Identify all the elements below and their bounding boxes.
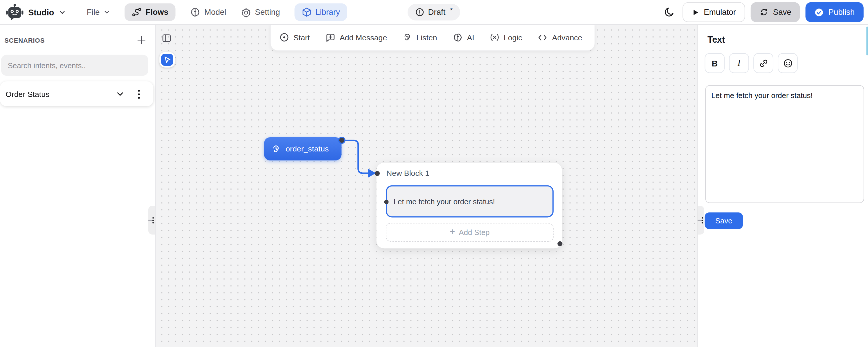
moon-icon xyxy=(664,7,675,18)
scenarios-title: SCENARIOS xyxy=(4,37,45,43)
cursor-icon xyxy=(163,55,172,64)
ear-icon xyxy=(403,33,412,42)
nav-item-file[interactable]: File xyxy=(87,8,110,17)
panel-title: Text xyxy=(708,35,725,45)
toolbar-item-listen[interactable]: Listen xyxy=(403,33,437,42)
brand[interactable]: Studio xyxy=(5,3,66,21)
toolbar-listen-label: Listen xyxy=(416,33,437,42)
nav-file-label: File xyxy=(87,8,100,17)
add-scenario-button[interactable] xyxy=(137,35,146,45)
pointer-tool-button[interactable] xyxy=(159,52,175,67)
topbar: Studio File Flows xyxy=(0,0,868,25)
format-toolbar: B I xyxy=(705,53,798,73)
block-title: New Block 1 xyxy=(386,169,429,178)
toolbar-ai-label: AI xyxy=(467,33,474,42)
block-input-dot[interactable] xyxy=(375,171,380,176)
bold-icon: B xyxy=(712,58,718,68)
flow-node-label: order_status xyxy=(286,145,329,154)
canvas-toolbar: Start Add Message Listen xyxy=(270,24,595,51)
brand-name: Studio xyxy=(28,7,54,17)
node-output-dot[interactable] xyxy=(339,138,344,143)
alert-circle-icon xyxy=(415,8,425,17)
resize-handle-left[interactable] xyxy=(148,206,155,234)
plus-icon xyxy=(137,35,146,45)
italic-icon: I xyxy=(738,58,741,68)
main-nav: File Flows xyxy=(87,3,347,21)
add-step-button[interactable]: + Add Step xyxy=(386,223,554,242)
toolbar-item-ai[interactable]: AI xyxy=(453,32,474,42)
topbar-actions: Emulator Save xyxy=(661,2,868,22)
panel-icon xyxy=(162,34,171,43)
sidebar-toggle-button[interactable] xyxy=(161,33,172,44)
chevron-down-icon xyxy=(58,9,66,16)
toolbar-item-add-message[interactable]: Add Message xyxy=(325,32,387,42)
nav-model-label: Model xyxy=(205,8,226,17)
brain-icon xyxy=(190,7,200,18)
ear-icon xyxy=(271,144,280,154)
scenarios-header: SCENARIOS xyxy=(4,35,146,45)
nav-item-setting[interactable]: Setting xyxy=(241,7,280,18)
nav-item-flows[interactable]: Flows xyxy=(125,3,176,21)
grip-icon xyxy=(698,216,704,225)
studio-app: Studio File Flows xyxy=(0,0,868,347)
chevron-down-icon[interactable] xyxy=(116,90,125,99)
step-item[interactable]: Let me fetch your order status! xyxy=(386,185,554,218)
scenarios-sidebar: SCENARIOS Order Status xyxy=(0,24,156,347)
message-textarea[interactable]: Let me fetch your order status! xyxy=(705,85,864,203)
save-label: Save xyxy=(773,8,792,17)
check-circle-icon xyxy=(814,7,824,17)
toolbar-add-message-label: Add Message xyxy=(340,33,387,42)
robot-logo-icon xyxy=(5,3,24,21)
cube-icon xyxy=(302,7,311,17)
save-button[interactable]: Save xyxy=(751,2,800,22)
scrollbar-thumb[interactable] xyxy=(866,27,868,55)
block-output-dot[interactable] xyxy=(557,241,562,246)
toolbar-logic-label: Logic xyxy=(504,33,522,42)
draft-unsaved-indicator: * xyxy=(450,6,453,14)
dark-mode-toggle[interactable] xyxy=(661,4,677,20)
emulator-button[interactable]: Emulator xyxy=(683,2,745,22)
emulator-label: Emulator xyxy=(704,8,736,17)
scenario-card[interactable]: Order Status xyxy=(0,81,153,106)
block-card[interactable]: New Block 1 Let me fetch your order stat… xyxy=(376,163,562,249)
italic-button[interactable]: I xyxy=(729,53,749,73)
emoji-button[interactable] xyxy=(778,53,798,73)
draft-badge[interactable]: Draft * xyxy=(408,4,460,20)
properties-panel: Text B I xyxy=(697,24,868,347)
variable-icon xyxy=(490,33,499,42)
start-icon xyxy=(280,33,289,42)
nav-library-label: Library xyxy=(315,8,340,17)
step-connector-dot[interactable] xyxy=(384,200,389,204)
smiley-icon xyxy=(783,58,792,68)
link-icon xyxy=(758,58,768,68)
scenario-menu-button[interactable] xyxy=(137,89,141,100)
chevron-down-icon xyxy=(104,9,110,16)
flow-node-order-status[interactable]: order_status xyxy=(264,137,342,160)
nav-flows-label: Flows xyxy=(146,8,168,17)
nav-item-library[interactable]: Library xyxy=(294,3,347,21)
message-plus-icon xyxy=(325,32,335,42)
bold-button[interactable]: B xyxy=(705,53,724,73)
publish-button[interactable]: Publish xyxy=(806,2,863,22)
toolbar-item-start[interactable]: Start xyxy=(280,33,310,42)
plus-icon: + xyxy=(450,227,455,236)
toolbar-advance-label: Advance xyxy=(552,33,582,42)
flow-canvas[interactable]: Start Add Message Listen xyxy=(156,24,697,347)
panel-save-button[interactable]: Save xyxy=(705,212,743,229)
draft-label: Draft xyxy=(428,8,445,17)
flows-icon xyxy=(132,7,142,17)
nav-item-model[interactable]: Model xyxy=(190,7,226,18)
search-input[interactable] xyxy=(1,55,148,76)
toolbar-item-advance[interactable]: Advance xyxy=(538,32,582,42)
sync-icon xyxy=(760,8,769,17)
code-icon xyxy=(538,32,548,42)
kebab-icon xyxy=(138,90,140,99)
scenario-name: Order Status xyxy=(5,89,49,98)
grip-icon xyxy=(148,216,155,225)
toolbar-start-label: Start xyxy=(293,33,310,42)
play-icon xyxy=(692,9,699,16)
link-button[interactable] xyxy=(753,53,773,73)
toolbar-item-logic[interactable]: Logic xyxy=(490,33,522,42)
resize-handle-right[interactable] xyxy=(698,206,704,234)
add-step-label: Add Step xyxy=(459,228,490,237)
